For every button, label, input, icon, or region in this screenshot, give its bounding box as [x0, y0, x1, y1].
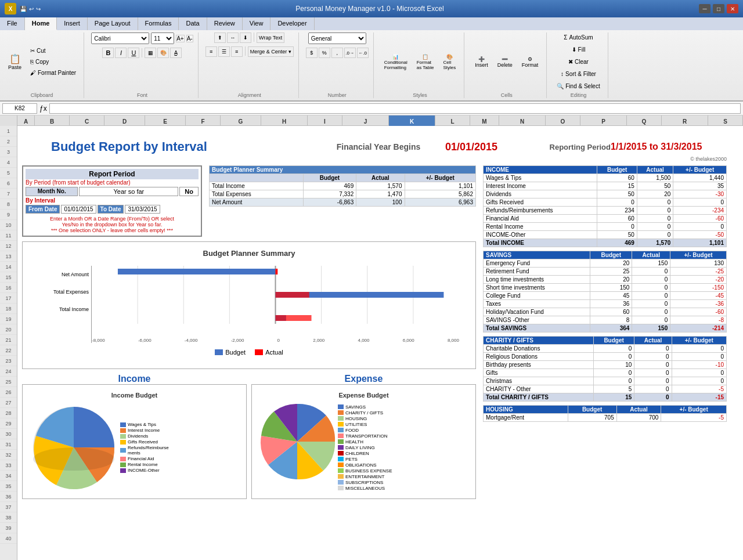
tab-view[interactable]: View: [243, 17, 271, 30]
find-select-button[interactable]: 🔍 Find & Select: [554, 81, 603, 91]
col-header-m[interactable]: M: [470, 115, 499, 126]
paste-button[interactable]: 📋 Paste: [5, 51, 25, 73]
col-header-o[interactable]: O: [546, 115, 580, 126]
align-right-button[interactable]: ≡: [231, 46, 243, 57]
col-header-g[interactable]: G: [221, 115, 261, 126]
tab-pagelayout[interactable]: Page Layout: [88, 17, 138, 30]
quick-save[interactable]: 💾: [20, 6, 27, 12]
col-header-e[interactable]: E: [145, 115, 186, 126]
align-bottom-button[interactable]: ⬇: [240, 32, 251, 43]
autosum-button[interactable]: Σ AutoSum: [561, 32, 596, 42]
format-button[interactable]: ⚙ Format: [518, 54, 542, 70]
underline-button[interactable]: U: [128, 48, 139, 58]
formula-input[interactable]: [49, 103, 741, 114]
conditional-formatting-button[interactable]: 📊 ConditionalFormatting: [381, 52, 411, 73]
by-period-label: By Period (from start of budget calendar…: [26, 179, 199, 186]
percent-button[interactable]: %: [319, 48, 330, 58]
col-header-s[interactable]: S: [708, 115, 743, 126]
row-num-16: 16: [0, 283, 17, 293]
align-middle-button[interactable]: ↔: [227, 32, 239, 43]
col-header-h[interactable]: H: [261, 115, 308, 126]
tab-file[interactable]: File: [0, 17, 25, 30]
fill-button[interactable]: ⬇ Fill: [569, 45, 589, 55]
cell-1-3: 35: [673, 182, 727, 190]
fill-color-button[interactable]: 🎨: [157, 48, 169, 58]
col-header-l[interactable]: L: [435, 115, 470, 126]
font-size-select[interactable]: 11: [151, 32, 174, 44]
legend-entertainment: ENTERTAINMENT: [338, 474, 471, 479]
col-header-i[interactable]: I: [308, 115, 342, 126]
increase-font-button[interactable]: A+: [176, 35, 185, 42]
cell-4-0: Christmas: [484, 377, 594, 385]
function-button[interactable]: ƒx: [39, 104, 47, 113]
format-painter-button[interactable]: 🖌 Format Painter: [27, 68, 79, 78]
decrease-font-button[interactable]: A-: [186, 35, 193, 42]
quick-undo[interactable]: ↩: [29, 6, 34, 12]
to-date-value[interactable]: 31/03/2015: [125, 205, 160, 214]
cell-0-0: Wages & Tips: [484, 174, 597, 182]
year-value[interactable]: No: [179, 187, 199, 196]
col-header-j[interactable]: J: [342, 115, 389, 126]
income-legend: Wages & Tips Interest Income Dividends: [120, 421, 241, 474]
align-center-button[interactable]: ☰: [218, 46, 230, 57]
legend-actual-label: Actual: [265, 349, 283, 356]
tab-formulas[interactable]: Formulas: [138, 17, 179, 30]
quick-redo[interactable]: ↪: [36, 6, 41, 12]
comma-button[interactable]: ,: [331, 48, 343, 58]
format-as-table-button[interactable]: 📋 Formatas Table: [413, 52, 438, 73]
italic-button[interactable]: I: [115, 48, 127, 58]
cell-2-1: 50: [597, 190, 637, 198]
tab-developer[interactable]: Developer: [270, 17, 314, 30]
border-button[interactable]: ▦: [145, 48, 156, 58]
cell-2-0: Long time investments: [484, 276, 590, 284]
col-header-f[interactable]: F: [186, 115, 221, 126]
col-header-a[interactable]: A: [17, 115, 35, 126]
charity-budget-header: Budget: [593, 337, 634, 345]
copy-button[interactable]: ⎘ Copy: [27, 57, 79, 67]
col-header-r[interactable]: R: [662, 115, 708, 126]
bold-button[interactable]: B: [102, 48, 114, 58]
insert-button[interactable]: ➕ Insert: [471, 54, 492, 70]
col-header-d[interactable]: D: [104, 115, 145, 126]
currency-button[interactable]: $: [306, 48, 318, 58]
col-header-b[interactable]: B: [35, 115, 70, 126]
cell-0-2: 1,500: [637, 174, 673, 182]
merge-center-button[interactable]: Merge & Center ▾: [248, 46, 294, 57]
tab-data[interactable]: Data: [179, 17, 207, 30]
clear-button[interactable]: ✖ Clear: [565, 57, 591, 67]
row-num-29: 29: [0, 418, 17, 429]
col-header-c[interactable]: C: [70, 115, 104, 126]
cell-3-0: Gifts Received: [484, 198, 597, 207]
close-button[interactable]: ✕: [727, 4, 738, 13]
legend-financial-aid: Financial Aid: [120, 456, 241, 461]
cell-styles-button[interactable]: 🎨 CellStyles: [439, 52, 459, 73]
cut-button[interactable]: ✂ Cut: [27, 46, 79, 56]
summary-cell-1-2: 1,470: [356, 190, 405, 198]
summary-cell-2-2: 100: [356, 198, 405, 207]
col-header-q[interactable]: Q: [627, 115, 662, 126]
x-label-6: 2,000: [313, 338, 324, 343]
col-header-n[interactable]: N: [499, 115, 546, 126]
tab-insert[interactable]: Insert: [57, 17, 88, 30]
wrap-text-button[interactable]: Wrap Text: [257, 32, 284, 43]
col-header-k[interactable]: K: [389, 115, 435, 126]
number-format-select[interactable]: General: [308, 32, 366, 44]
total-row: Total SAVINGS364150-214: [484, 324, 727, 333]
decrease-decimal-button[interactable]: ←.0: [357, 48, 369, 58]
tab-review[interactable]: Review: [207, 17, 243, 30]
maximize-button[interactable]: □: [713, 4, 724, 13]
align-top-button[interactable]: ⬆: [214, 32, 226, 43]
font-color-button[interactable]: A̲: [170, 48, 182, 58]
tab-home[interactable]: Home: [25, 17, 57, 30]
sheet-content[interactable]: Budget Report by Interval Financial Year…: [17, 126, 743, 560]
delete-button[interactable]: ➖ Delete: [494, 54, 516, 70]
sort-filter-button[interactable]: ↕ Sort & Filter: [558, 69, 599, 79]
align-left-button[interactable]: ≡: [205, 46, 217, 57]
cell-2-0: Dividends: [484, 190, 597, 198]
from-date-value[interactable]: 01/01/2015: [61, 205, 96, 214]
col-header-p[interactable]: P: [580, 115, 627, 126]
cell-reference-input[interactable]: [2, 103, 37, 114]
font-name-select[interactable]: Calibri: [91, 32, 149, 44]
increase-decimal-button[interactable]: .0→: [344, 48, 356, 58]
minimize-button[interactable]: ─: [699, 4, 710, 13]
